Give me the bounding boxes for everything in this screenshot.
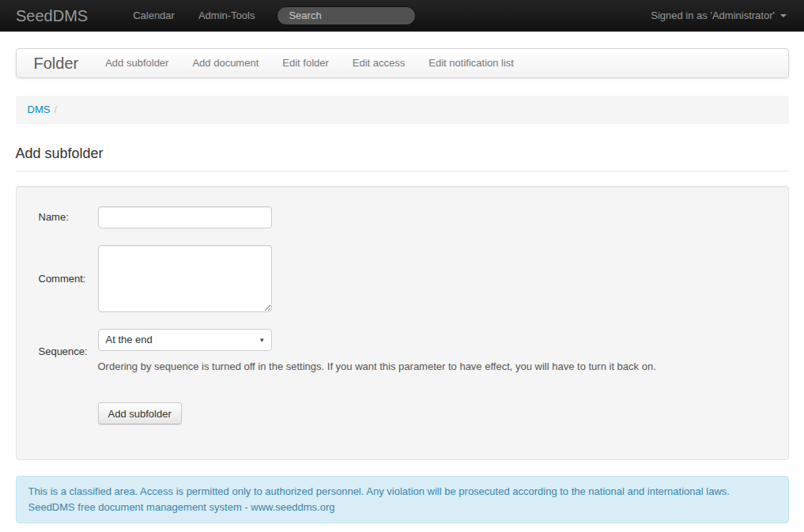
- form-group-submit: Add subfolder: [39, 391, 766, 424]
- app-brand[interactable]: SeedDMS: [0, 8, 104, 24]
- select-caret-icon: ▾: [260, 332, 264, 348]
- page-container: Folder Add subfolder Add document Edit f…: [16, 48, 789, 523]
- search-input[interactable]: [277, 6, 416, 25]
- top-navbar: SeedDMS Calendar Admin-Tools Signed in a…: [0, 0, 804, 32]
- toolbar-item-edit-folder[interactable]: Edit folder: [270, 48, 341, 78]
- form-group-sequence: Sequence: At the end ▾ Ordering by seque…: [39, 329, 766, 375]
- footer-info-box: This is a classified area. Access is per…: [16, 476, 789, 523]
- comment-label: Comment:: [39, 271, 98, 287]
- top-nav-links: Calendar Admin-Tools: [121, 0, 266, 32]
- chevron-down-icon: [780, 14, 787, 17]
- add-subfolder-form: Name: Comment: Sequence: At the end ▾ Or…: [16, 186, 789, 460]
- breadcrumb: DMS /: [16, 96, 789, 124]
- comment-textarea[interactable]: [98, 245, 272, 312]
- user-menu-dropdown[interactable]: Signed in as 'Administrator': [651, 8, 787, 24]
- form-group-comment: Comment:: [39, 245, 766, 312]
- user-menu-label: Signed in as 'Administrator': [651, 8, 775, 24]
- breadcrumb-divider: /: [50, 102, 61, 118]
- name-label: Name:: [39, 209, 98, 225]
- nav-item-admin-tools[interactable]: Admin-Tools: [187, 0, 267, 32]
- folder-toolbar: Folder Add subfolder Add document Edit f…: [16, 48, 789, 78]
- toolbar-item-edit-access[interactable]: Edit access: [341, 48, 417, 78]
- folder-toolbar-title: Folder: [34, 55, 79, 71]
- nav-item-calendar[interactable]: Calendar: [121, 0, 187, 32]
- toolbar-item-edit-notification-list[interactable]: Edit notification list: [417, 48, 526, 78]
- classified-notice-text: This is a classified area. Access is per…: [28, 484, 776, 500]
- seeddms-about-text: SeedDMS free document management system …: [28, 500, 776, 515]
- sequence-label: Sequence:: [39, 344, 98, 360]
- sequence-selected-value: At the end: [106, 332, 153, 348]
- page-title: Add subfolder: [16, 145, 789, 172]
- breadcrumb-link-dms[interactable]: DMS: [28, 102, 51, 118]
- add-subfolder-button[interactable]: Add subfolder: [98, 402, 182, 424]
- sequence-select[interactable]: At the end ▾: [98, 329, 272, 351]
- sequence-help-text: Ordering by sequence is turned off in th…: [98, 359, 766, 375]
- toolbar-item-add-subfolder[interactable]: Add subfolder: [93, 48, 180, 78]
- toolbar-item-add-document[interactable]: Add document: [180, 48, 270, 78]
- name-input[interactable]: [98, 206, 272, 228]
- form-group-name: Name:: [39, 206, 766, 228]
